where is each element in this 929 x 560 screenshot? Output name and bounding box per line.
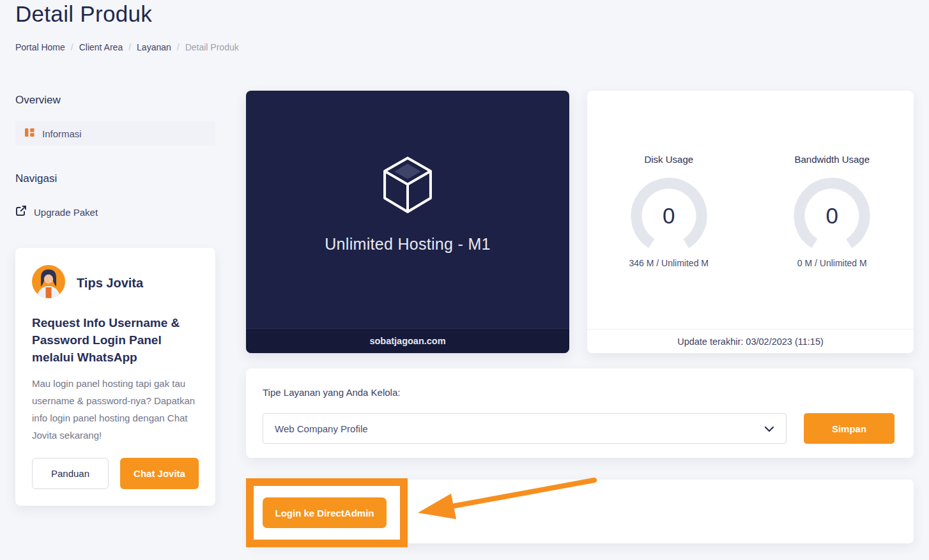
- breadcrumb-separator: /: [128, 42, 131, 52]
- gauge-label: Bandwidth Usage: [794, 154, 870, 165]
- gauge-value: 0: [631, 178, 707, 254]
- breadcrumb-portal-home[interactable]: Portal Home: [15, 42, 65, 52]
- sidebar-item-upgrade-paket[interactable]: Upgrade Paket: [15, 205, 98, 219]
- service-type-label: Tipe Layanan yang Anda Kelola:: [263, 387, 400, 398]
- sidebar-heading-navigasi: Navigasi: [15, 172, 57, 185]
- simpan-button[interactable]: Simpan: [804, 413, 894, 444]
- jovita-avatar: [32, 265, 65, 301]
- breadcrumb-current: Detail Produk: [185, 42, 239, 52]
- tips-title: Tips Jovita: [77, 276, 143, 291]
- breadcrumb-client-area[interactable]: Client Area: [79, 42, 123, 52]
- sidebar-item-informasi[interactable]: Informasi: [15, 121, 215, 146]
- disk-usage-gauge: Disk Usage 0 346 M / Unlimited M: [587, 154, 751, 268]
- service-type-select[interactable]: Web Company Profile: [263, 413, 787, 444]
- gauge-value: 0: [794, 178, 870, 254]
- tips-body: Mau login panel hosting tapi gak tau use…: [32, 375, 199, 444]
- dashboard-layout-icon: [24, 127, 35, 140]
- usage-last-update: Update terakhir: 03/02/2023 (11:15): [587, 329, 914, 353]
- selected-option: Web Company Profile: [275, 423, 368, 434]
- gauge-detail: 0 M / Unlimited M: [797, 258, 867, 268]
- page-title: Detail Produk: [15, 1, 152, 27]
- panduan-button[interactable]: Panduan: [32, 458, 109, 489]
- gauge-label: Disk Usage: [644, 154, 693, 165]
- product-domain: sobatjagoan.com: [246, 328, 569, 353]
- external-link-icon: [15, 205, 27, 219]
- tips-heading: Request Info Username & Password Login P…: [32, 314, 199, 366]
- chevron-down-icon: [764, 423, 774, 434]
- breadcrumb: Portal Home / Client Area / Layanan / De…: [15, 42, 239, 52]
- product-name: Unlimited Hosting - M1: [246, 235, 569, 254]
- sidebar-item-label: Upgrade Paket: [34, 207, 98, 218]
- sidebar: Overview Informasi Navigasi Upgrade: [15, 94, 215, 541]
- chat-jovita-button[interactable]: Chat Jovita: [120, 458, 199, 489]
- sidebar-heading-overview: Overview: [15, 94, 61, 107]
- gauge-detail: 346 M / Unlimited M: [629, 258, 709, 268]
- login-directadmin-button[interactable]: Login ke DirectAdmin: [263, 497, 387, 528]
- breadcrumb-layanan[interactable]: Layanan: [137, 42, 171, 52]
- bandwidth-usage-gauge: Bandwidth Usage 0 0 M / Unlimited M: [751, 154, 914, 268]
- breadcrumb-separator: /: [71, 42, 73, 52]
- cube-icon: [379, 155, 436, 219]
- sidebar-item-label: Informasi: [42, 128, 82, 139]
- detail-produk-page: Detail Produk Portal Home / Client Area …: [0, 0, 929, 560]
- product-card: Unlimited Hosting - M1 sobatjagoan.com: [246, 91, 569, 353]
- tips-jovita-card: Tips Jovita Request Info Username & Pass…: [15, 248, 215, 506]
- service-type-card: Tipe Layanan yang Anda Kelola: Web Compa…: [246, 368, 914, 458]
- usage-card: Disk Usage 0 346 M / Unlimited M Bandwid…: [587, 91, 914, 353]
- breadcrumb-separator: /: [177, 42, 180, 52]
